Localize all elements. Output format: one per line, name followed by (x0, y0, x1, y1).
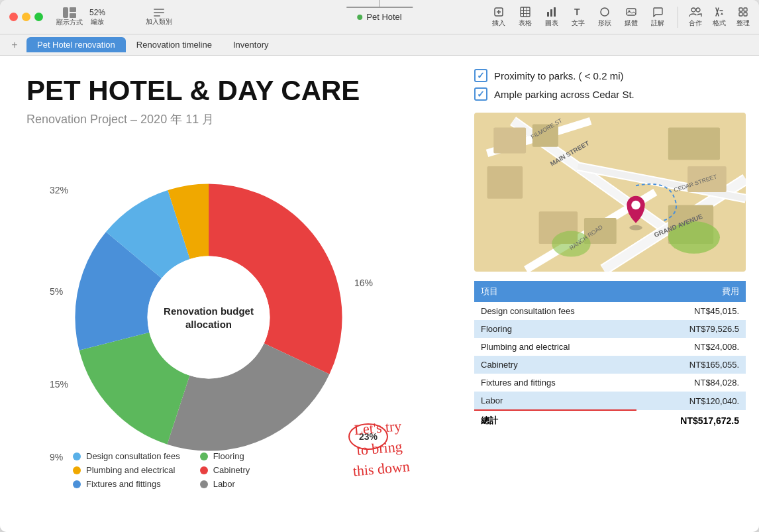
legend-label-fixtures: Fixtures and fittings (86, 479, 161, 489)
percent-9-label: 9% (50, 452, 63, 462)
svg-rect-15 (550, 9, 552, 17)
row-item-2: Flooring (474, 320, 636, 338)
svg-rect-9 (521, 7, 530, 17)
row-cost-5: NT$84,028. (636, 374, 746, 392)
tabs-bar: + Pet Hotel renovation Renovation timeli… (0, 34, 759, 56)
table-row: Design consultation fees NT$45,015. (474, 302, 746, 320)
shape-icon (599, 7, 610, 17)
right-panel: ✓ Proximity to parks. ( < 0.2 mi) ✓ Ampl… (468, 56, 759, 532)
media-button[interactable]: 媒體 (625, 7, 638, 28)
zoom-label: 編放 (91, 17, 104, 27)
row-item-4: Cabinetry (474, 356, 636, 374)
row-item-6: Labor (474, 392, 636, 410)
minimize-button[interactable] (22, 13, 30, 21)
collaborate-icon (689, 7, 702, 17)
footer-label: 總計 (474, 410, 636, 431)
shape-button[interactable]: 形狀 (598, 7, 611, 28)
svg-rect-26 (744, 13, 747, 16)
donut-chart: Renovation budget allocation (70, 178, 348, 456)
organize-icon (738, 7, 748, 17)
close-button[interactable] (9, 13, 18, 21)
row-item-5: Fixtures and fittings (474, 374, 636, 392)
zoom-value: 52% (89, 8, 105, 17)
checkbox-1[interactable]: ✓ (474, 69, 487, 82)
table-row: Fixtures and fittings NT$84,028. (474, 374, 746, 392)
svg-rect-3 (154, 9, 164, 10)
table-icon (520, 7, 531, 17)
legend-item-consult: Design consultation fees (73, 451, 180, 461)
collaborate-button[interactable]: 合作 (689, 7, 702, 28)
legend-dot-fixtures (73, 480, 81, 488)
legend-label-cabinetry: Cabinetry (213, 465, 250, 475)
add-category-label: 加入類別 (146, 17, 172, 27)
insert-tools: 插入 表格 圖表 T 文字 形狀 (492, 7, 678, 28)
legend-dot-labor (200, 480, 208, 488)
check-label-2: Ample parking across Cedar St. (494, 89, 634, 100)
insert-button[interactable]: 插入 (492, 7, 505, 28)
row-cost-4: NT$165,055. (636, 356, 746, 374)
format-button[interactable]: 格式 (713, 7, 726, 28)
percent-15-label: 15% (50, 379, 68, 390)
map-svg: FILMORE ST MAIN STREET CEDAR STREET RANC… (474, 113, 746, 272)
tab-renovation-timeline[interactable]: Renovation timeline (126, 37, 223, 52)
footer-total: NT$517,672.5 (636, 410, 746, 431)
slide-subtitle: Renovation Project – 2020 年 11 月 (26, 111, 448, 127)
view-icon (63, 7, 76, 18)
row-cost-6: NT$120,040. (636, 392, 746, 410)
slide-area: PET HOTEL & DAY CARE Renovation Project … (0, 56, 468, 532)
comment-button[interactable]: 註解 (651, 7, 664, 28)
fullscreen-button[interactable] (34, 13, 43, 21)
tab-pet-hotel-renovation[interactable]: Pet Hotel renovation (26, 37, 126, 52)
check-item-2: ✓ Ample parking across Cedar St. (474, 87, 746, 101)
legend-item-cabinetry: Cabinetry (200, 465, 250, 475)
view-button[interactable]: 顯示方式 (56, 7, 83, 27)
svg-rect-45 (487, 166, 523, 199)
table-row: Cabinetry NT$165,055. (474, 356, 746, 374)
svg-rect-4 (154, 12, 164, 13)
row-cost-1: NT$45,015. (636, 302, 746, 320)
percent-23-annotation: 23% (348, 423, 388, 450)
format-icon (714, 7, 725, 17)
organize-button[interactable]: 整理 (736, 7, 750, 28)
app-window: 顯示方式 52% 編放 Pet Hotel 加入類別 (0, 0, 759, 532)
row-item-1: Design consultation fees (474, 302, 636, 320)
window-title-area: Pet Hotel (357, 12, 401, 22)
svg-rect-25 (739, 13, 742, 16)
toolbar: 顯示方式 52% 編放 Pet Hotel 加入類別 (0, 0, 759, 34)
chart-legend: Design consultation fees Plumbing and el… (73, 451, 250, 489)
donut-center-text: Renovation budget allocation (164, 305, 254, 331)
legend-label-labor: Labor (213, 479, 235, 489)
svg-point-22 (696, 8, 700, 12)
media-icon (626, 7, 636, 17)
svg-rect-5 (154, 15, 160, 17)
percent-5-label: 5% (50, 286, 63, 297)
legend-dot-consult (73, 452, 81, 460)
table-button[interactable]: 表格 (519, 7, 532, 28)
add-category-icon (154, 8, 164, 17)
svg-point-18 (601, 8, 609, 16)
main-content: PET HOTEL & DAY CARE Renovation Project … (0, 56, 759, 532)
table-footer-row: 總計 NT$517,672.5 (474, 410, 746, 431)
add-category-button[interactable]: 加入類別 (146, 8, 172, 27)
table-header-item: 項目 (474, 281, 636, 302)
legend-col-1: Design consultation fees Plumbing and el… (73, 451, 180, 489)
view-label: 顯示方式 (56, 18, 83, 27)
legend-dot-flooring (200, 452, 208, 460)
toolbar-right: 插入 表格 圖表 T 文字 形狀 (492, 7, 759, 28)
text-icon: T (573, 7, 583, 17)
title-status-dot (357, 15, 362, 20)
traffic-lights (0, 13, 52, 21)
svg-point-21 (691, 8, 695, 12)
tab-inventory[interactable]: Inventory (223, 37, 279, 52)
legend-item-plumbing: Plumbing and electrical (73, 465, 180, 475)
zoom-button[interactable]: 52% 編放 (89, 8, 105, 27)
legend-label-flooring: Flooring (213, 451, 244, 461)
text-button[interactable]: T 文字 (572, 7, 585, 28)
add-tab-button[interactable]: + (7, 37, 23, 53)
row-item-3: Plumbing and electrical (474, 338, 636, 356)
svg-text:T: T (574, 7, 580, 17)
checkbox-2[interactable]: ✓ (474, 87, 487, 101)
legend-dot-cabinetry (200, 466, 208, 474)
insert-icon (493, 7, 504, 17)
chart-button[interactable]: 圖表 (545, 7, 558, 28)
